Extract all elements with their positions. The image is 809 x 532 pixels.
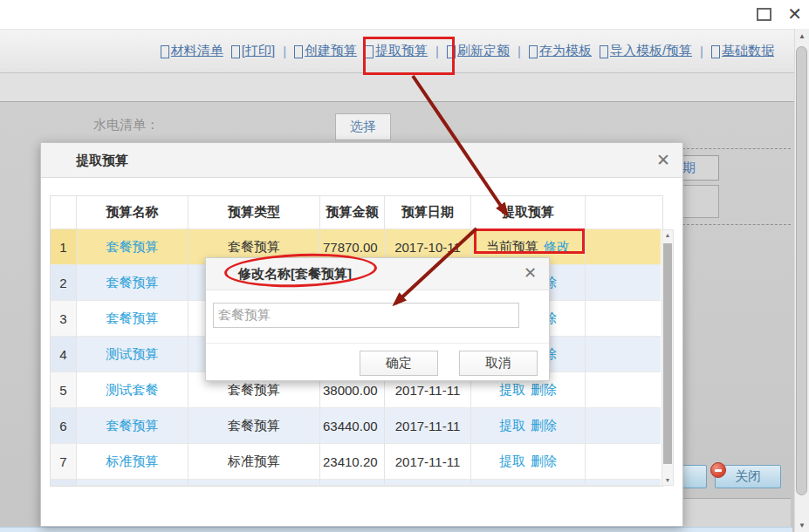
toolbar-link-6[interactable]: 存为模板 [529,43,592,59]
empty-cell [586,337,661,372]
table-scrollbar[interactable]: ▲ ▼ [662,229,674,486]
toolbar-link-4[interactable]: 提取预算 [365,43,428,59]
scroll-up-icon[interactable]: ▲ [662,232,673,238]
scroll-down-icon[interactable]: ▼ [662,477,673,483]
missing-glyph-icon [529,45,538,58]
toolbar-link-label: 导入模板/预算 [610,43,692,59]
budget-date-cell: 2017-11-11 [385,444,471,480]
toolbar-link-8[interactable]: 基础数据 [711,43,774,59]
delete-link[interactable]: 删除 [531,382,557,399]
row-number: 7 [51,444,77,480]
budget-name-cell: 套餐预算 [77,301,189,337]
column-header [51,196,77,229]
budget-name-cell: 套餐预算 [77,265,189,301]
dialog-title: 修改名称[套餐预算] [238,266,352,283]
column-header [586,196,661,229]
row-number: 3 [51,301,77,337]
empty-cell [586,372,661,408]
budget-date-cell: 2017-11-11 [385,408,471,444]
dialog-close-icon[interactable]: ✕ [524,263,537,283]
delete-link[interactable]: 删除 [531,454,557,470]
action-cell: 提取删除 [471,444,586,480]
column-header: 预算名称 [77,196,189,229]
toolbar-link-3[interactable]: 创建预算 [294,43,357,59]
delete-link[interactable]: 删除 [531,418,557,434]
budget-name-link[interactable]: 套餐预算 [106,275,159,291]
page-scrollbar[interactable]: ▲ ▼ [794,29,809,532]
toolbar-link-label: 创建预算 [305,43,357,59]
budget-amount-cell: 23410.20 [320,444,385,480]
empty-cell [586,265,661,301]
toolbar-separator: | [435,44,439,58]
toolbar-link-label: 刷新定额 [457,43,510,59]
empty-cell [586,444,661,480]
extract-link[interactable]: 提取 [499,382,525,399]
toolbar-link-2[interactable]: [打印] [231,43,275,59]
budget-name-input[interactable] [213,303,519,328]
budget-amount-cell: 63440.00 [320,408,385,444]
window-close-icon[interactable]: ✕ [787,3,802,25]
page-scrollbar-thumb[interactable] [796,46,807,495]
toolbar-link-5[interactable]: 刷新定额 [447,43,510,59]
clipped-period-button[interactable]: 期 [682,155,719,181]
missing-glyph-icon [294,45,303,58]
toolbar-link-7[interactable]: 导入模板/预算 [600,43,692,59]
budget-name-link[interactable]: 测试预算 [106,346,159,363]
budget-name-cell: 测试套餐 [77,372,189,408]
current-budget-label: 当前预算 [486,239,538,256]
column-header: 预算类型 [189,196,320,229]
toolbar-separator: | [283,44,286,58]
toolbar-link-label: 提取预算 [375,43,428,59]
budget-name-link[interactable]: 标准预算 [106,454,159,470]
missing-glyph-icon [600,45,608,58]
budget-name-link[interactable]: 套餐预算 [106,239,159,256]
missing-glyph-icon [365,45,374,58]
partial-cell [77,480,189,486]
column-header: 提取预算 [471,196,586,229]
table-scrollbar-thumb[interactable] [663,243,672,464]
budget-name-cell: 套餐预算 [77,229,189,265]
scroll-down-icon[interactable]: ▼ [795,522,809,529]
minus-badge-icon[interactable] [710,462,726,478]
maximize-icon[interactable] [757,8,771,21]
toolbar-link-label: 材料清单 [171,43,223,59]
budget-name-link[interactable]: 套餐预算 [106,310,159,327]
row-number: 2 [51,265,77,301]
row-number: 5 [51,372,77,408]
dialog-header: 修改名称[套餐预算] ✕ [206,258,549,290]
toolbar: 材料清单[打印]|创建预算提取预算|刷新定额|存为模板导入模板/预算|基础数据 [0,29,809,73]
ok-button[interactable]: 确定 [360,351,438,376]
missing-glyph-icon [447,45,456,58]
background-box [682,185,719,218]
table-header-row: 预算名称预算类型预算金额预算日期提取预算 [51,196,662,229]
modal-close-icon[interactable]: ✕ [656,150,670,170]
table-row[interactable]: 7标准预算标准预算23410.202017-11-11提取删除 [51,444,662,480]
partial-cell [320,480,385,486]
budget-name-cell: 测试预算 [77,337,189,372]
select-button[interactable]: 选择 [335,113,391,140]
modify-link[interactable]: 修改 [544,239,570,256]
missing-glyph-icon [161,45,169,58]
toolbar-link-1[interactable]: 材料清单 [161,43,223,59]
toolbar-link-label: [打印] [242,43,275,59]
column-header: 预算金额 [320,196,385,229]
budget-type-cell: 标准预算 [189,444,320,480]
column-header: 预算日期 [385,196,471,229]
scroll-up-icon[interactable]: ▲ [795,32,809,40]
window-titlebar: ✕ [0,0,809,29]
empty-cell [586,229,661,265]
budget-name-cell: 套餐预算 [77,408,189,444]
row-number: 1 [51,229,77,265]
extract-link[interactable]: 提取 [499,454,525,470]
dialog-footer-divider [206,343,549,344]
missing-glyph-icon [231,45,240,58]
hydro-list-label: 水电清单： [93,117,159,133]
cancel-button[interactable]: 取消 [459,351,538,376]
form-header-band [0,73,809,102]
partial-cell [586,480,661,486]
budget-name-link[interactable]: 套餐预算 [106,418,159,434]
table-row[interactable]: 6套餐预算套餐预算63440.002017-11-11提取删除 [51,408,662,444]
budget-name-link[interactable]: 测试套餐 [106,382,159,399]
extract-link[interactable]: 提取 [499,418,525,434]
modal-header: 提取预算 ✕ [41,143,682,178]
